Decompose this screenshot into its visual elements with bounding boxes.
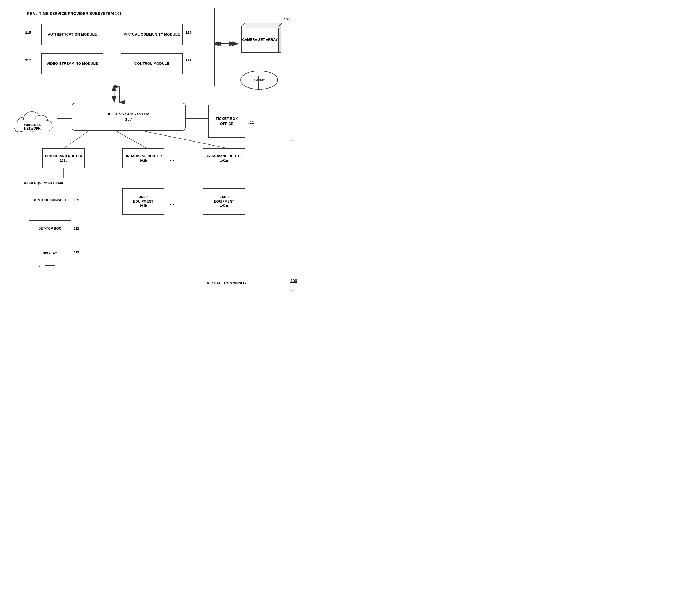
user-equipment-b-label: USER — [139, 195, 148, 199]
control-console-label: CONTROL CONSOLE — [33, 198, 67, 203]
user-equipment-n-label: USER — [219, 195, 229, 199]
ticket-box-office-label: TICKET BOX OFFICE — [209, 116, 245, 126]
wireless-network-cloud: WIRELESS NETWORK 125 — [8, 105, 57, 135]
ref-109: 109 — [74, 198, 79, 202]
control-console-box: CONTROL CONSOLE — [29, 191, 71, 209]
display-box-container: DISPLAY — [29, 242, 74, 269]
svg-line-19 — [241, 23, 245, 27]
virtual-community-module-box: VIRTUAL COMMUNITY MODULE — [121, 24, 183, 45]
diagram: REAL-TIME SERVICE PROVIDER SUBSYSTEM 101… — [0, 0, 350, 299]
access-subsystem-ref: 107 — [125, 117, 132, 122]
user-equipment-a-label: USER EQUIPMENT 103a — [24, 181, 63, 185]
ref-111: 111 — [74, 227, 79, 230]
set-top-box-label: SET-TOP BOX — [39, 226, 61, 231]
ellipsis-user-equipment: ... — [170, 200, 174, 206]
broadband-router-b-label: BROADBAND ROUTER — [125, 154, 162, 158]
real-time-subsystem-label: REAL-TIME SERVICE PROVIDER SUBSYSTEM 101 — [27, 11, 122, 17]
ref-113: 113 — [74, 251, 79, 254]
display-label: DISPLAY — [43, 251, 57, 256]
virtual-community-label: VIRTUAL COMMUNITY — [207, 281, 247, 285]
broadband-router-n-ref: 102n — [220, 158, 228, 163]
broadband-router-n-label: BROADBAND ROUTER — [205, 154, 243, 158]
svg-text:EVENT: EVENT — [253, 78, 265, 82]
control-module-box: CONTROL MODULE — [121, 53, 183, 74]
broadband-router-b-box: BROADBAND ROUTER 102b — [122, 149, 165, 168]
auth-module-label: AUTHENTICATION MODULE — [48, 32, 97, 37]
user-equipment-b-ref: 103b — [139, 204, 147, 208]
ellipsis-routers: ... — [170, 156, 174, 162]
ref-117: 117 — [25, 58, 31, 62]
ref-100: 100 — [291, 278, 297, 283]
set-top-box-box: SET-TOP BOX — [29, 220, 71, 237]
event-ellipse-svg: EVENT — [240, 70, 278, 90]
cube-svg — [239, 21, 284, 58]
broadband-router-n-box: BROADBAND ROUTER 102n — [203, 149, 245, 168]
control-module-label: CONTROL MODULE — [134, 61, 169, 66]
ref-101: 101 — [115, 11, 122, 16]
camera-set-array-box: CAMERA SET ARRAY — [239, 21, 281, 56]
video-streaming-module-label: VIDEO STREAMING MODULE — [47, 61, 98, 66]
ref-119: 119 — [186, 30, 192, 34]
user-equipment-n-ref: 103n — [220, 204, 228, 208]
auth-module-box: AUTHENTICATION MODULE — [41, 24, 103, 45]
access-subsystem-label: ACCESS SUBSYSTEM — [108, 111, 149, 117]
user-equipment-b-box: USER EQUIPMENT 103b — [122, 188, 165, 215]
broadband-router-b-ref: 102b — [139, 158, 147, 163]
svg-text:WIRELESS: WIRELESS — [24, 123, 41, 127]
access-subsystem-box: ACCESS SUBSYSTEM 107 — [72, 103, 186, 131]
ref-121: 121 — [186, 58, 192, 62]
wireless-network-ref: 125 — [30, 129, 35, 133]
event-ellipse: EVENT — [240, 70, 278, 90]
virtual-community-module-label: VIRTUAL COMMUNITY MODULE — [124, 32, 180, 37]
user-equipment-n-box: USER EQUIPMENT 103n — [203, 188, 245, 215]
broadband-router-a-ref: 102a — [60, 158, 68, 163]
user-equipment-a-ref: 103a — [55, 181, 63, 185]
display-box: DISPLAY — [29, 242, 71, 264]
svg-line-21 — [278, 49, 282, 53]
ref-115: 115 — [25, 30, 31, 34]
ref-123: 123 — [248, 121, 254, 125]
broadband-router-a-label: BROADBAND ROUTER — [45, 154, 82, 158]
svg-line-20 — [278, 23, 282, 27]
broadband-router-a-box: BROADBAND ROUTER 102a — [43, 149, 85, 168]
video-streaming-module-box: VIDEO STREAMING MODULE — [41, 53, 103, 74]
ticket-box-office-box: TICKET BOX OFFICE — [208, 105, 245, 138]
ref-105: 105 — [284, 17, 290, 21]
real-time-subsystem-box: REAL-TIME SERVICE PROVIDER SUBSYSTEM 101 — [23, 8, 215, 86]
